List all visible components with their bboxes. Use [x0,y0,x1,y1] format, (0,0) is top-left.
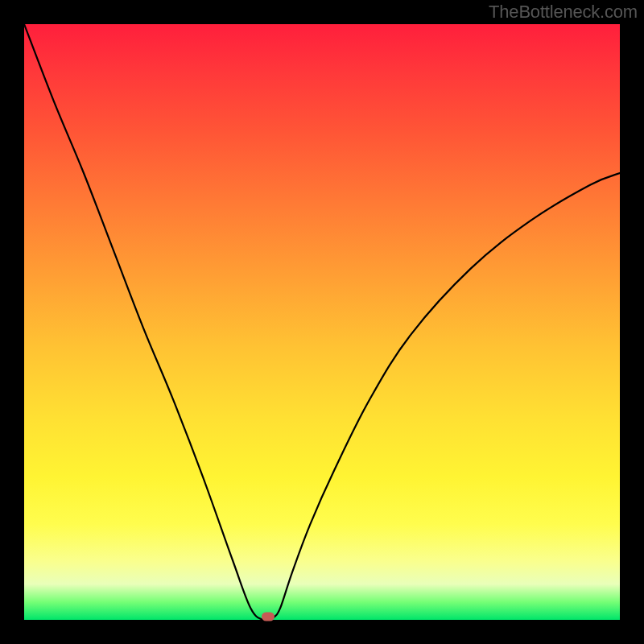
watermark-text: TheBottleneck.com [489,2,638,23]
plot-area [24,24,620,620]
bottleneck-curve [24,24,620,620]
curve-path [24,24,620,620]
optimal-point-marker [262,613,275,621]
chart-frame: TheBottleneck.com [0,0,644,644]
